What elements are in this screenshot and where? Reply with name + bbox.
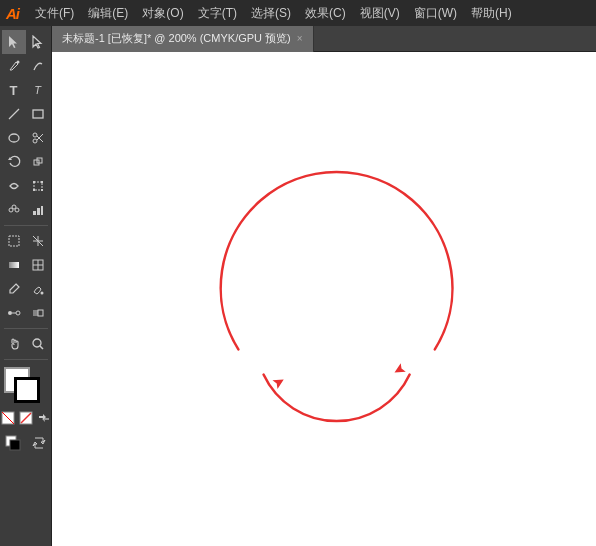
app-logo: Ai [6, 5, 19, 22]
default-colors-button[interactable] [1, 431, 25, 455]
scissors-tool[interactable] [26, 126, 50, 150]
svg-rect-16 [33, 189, 35, 191]
artboard-tool[interactable] [2, 229, 26, 253]
main-area: T T [0, 26, 596, 546]
svg-point-7 [33, 139, 37, 143]
toolbar-separator-3 [4, 359, 48, 360]
svg-point-20 [12, 205, 16, 209]
svg-rect-24 [9, 236, 19, 246]
graph-tool[interactable] [26, 198, 50, 222]
symbol-tool[interactable] [2, 198, 26, 222]
svg-rect-38 [38, 310, 43, 316]
menu-view[interactable]: 视图(V) [354, 3, 406, 24]
color-swatch[interactable] [18, 410, 34, 426]
paint-bucket-tool[interactable] [26, 277, 50, 301]
type-tool[interactable]: T [2, 78, 26, 102]
gradient-tool[interactable] [2, 253, 26, 277]
svg-rect-28 [9, 262, 19, 268]
swap-colors[interactable] [36, 410, 52, 426]
svg-line-32 [17, 285, 19, 287]
canvas-area: 未标题-1 [已恢复]* @ 200% (CMYK/GPU 预览) × [52, 26, 596, 546]
pen-tool[interactable] [2, 54, 26, 78]
svg-rect-17 [41, 189, 43, 191]
tab-close-button[interactable]: × [297, 33, 303, 44]
scale-tool[interactable] [26, 150, 50, 174]
toolbar: T T [0, 26, 52, 546]
svg-rect-23 [41, 206, 43, 215]
stroke-color[interactable] [14, 377, 40, 403]
menu-select[interactable]: 选择(S) [245, 3, 297, 24]
svg-point-34 [8, 311, 12, 315]
line-tool[interactable] [2, 102, 26, 126]
tab-bar: 未标题-1 [已恢复]* @ 200% (CMYK/GPU 预览) × [52, 26, 596, 52]
svg-point-5 [9, 134, 19, 142]
svg-point-39 [33, 339, 41, 347]
rotate-tool[interactable] [2, 150, 26, 174]
menu-window[interactable]: 窗口(W) [408, 3, 463, 24]
direct-select-tool[interactable] [26, 30, 50, 54]
slice-tool[interactable] [26, 229, 50, 253]
freeform-pen-tool[interactable] [26, 54, 50, 78]
document-tab[interactable]: 未标题-1 [已恢复]* @ 200% (CMYK/GPU 预览) × [52, 26, 314, 52]
svg-rect-13 [34, 182, 42, 190]
toolbar-separator-2 [4, 328, 48, 329]
zoom-tool[interactable] [26, 332, 50, 356]
svg-marker-48 [392, 363, 406, 377]
svg-point-2 [16, 61, 19, 64]
svg-line-40 [40, 346, 43, 349]
svg-point-6 [33, 133, 37, 137]
svg-rect-21 [33, 211, 36, 215]
blend-tool[interactable] [2, 301, 26, 325]
hand-tool[interactable] [2, 332, 26, 356]
titlebar: Ai 文件(F) 编辑(E) 对象(O) 文字(T) 选择(S) 效果(C) 视… [0, 0, 596, 26]
svg-marker-47 [272, 375, 286, 389]
svg-marker-1 [33, 36, 41, 48]
svg-rect-4 [33, 110, 43, 118]
svg-rect-14 [33, 181, 35, 183]
svg-rect-22 [37, 208, 40, 215]
mesh-tool[interactable] [26, 253, 50, 277]
live-paint-tool[interactable] [26, 301, 50, 325]
menu-object[interactable]: 对象(O) [136, 3, 189, 24]
menu-text[interactable]: 文字(T) [192, 3, 243, 24]
menu-help[interactable]: 帮助(H) [465, 3, 518, 24]
svg-rect-15 [41, 181, 43, 183]
none-swatch[interactable] [0, 410, 16, 426]
menu-file[interactable]: 文件(F) [29, 3, 80, 24]
rect-tool[interactable] [26, 102, 50, 126]
svg-point-35 [16, 311, 20, 315]
toolbar-separator-1 [4, 225, 48, 226]
svg-rect-37 [33, 310, 38, 316]
svg-marker-0 [9, 36, 17, 48]
drawing-canvas[interactable] [52, 52, 596, 546]
canvas-svg [52, 52, 596, 546]
ellipse-tool[interactable] [2, 126, 26, 150]
tab-label: 未标题-1 [已恢复]* @ 200% (CMYK/GPU 预览) [62, 31, 291, 46]
vertical-type-tool[interactable]: T [26, 78, 50, 102]
free-transform-tool[interactable] [26, 174, 50, 198]
menu-edit[interactable]: 编辑(E) [82, 3, 134, 24]
menu-bar: 文件(F) 编辑(E) 对象(O) 文字(T) 选择(S) 效果(C) 视图(V… [29, 3, 518, 24]
select-tool[interactable] [2, 30, 26, 54]
warp-tool[interactable] [2, 174, 26, 198]
svg-point-33 [40, 292, 43, 295]
svg-line-3 [9, 109, 19, 119]
eyedropper-tool[interactable] [2, 277, 26, 301]
swap-fill-stroke[interactable] [27, 431, 51, 455]
menu-effect[interactable]: 效果(C) [299, 3, 352, 24]
svg-rect-46 [10, 440, 20, 450]
